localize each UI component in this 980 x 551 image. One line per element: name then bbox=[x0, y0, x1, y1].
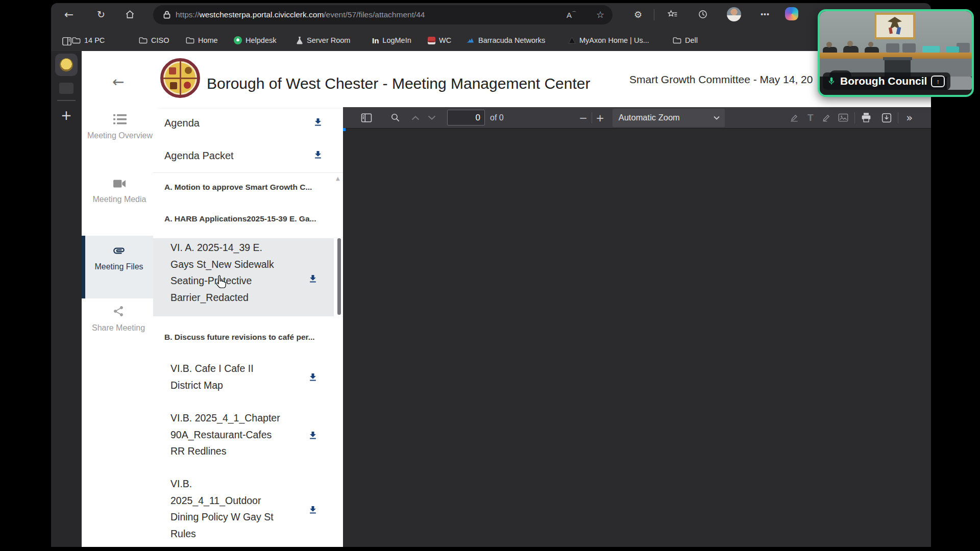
new-tab-button[interactable]: + bbox=[59, 106, 74, 124]
stream-label: Borough Council bbox=[840, 75, 927, 87]
page-back-button[interactable]: ← bbox=[112, 73, 124, 90]
sidebar-item-meeting-overview[interactable]: Meeting Overview bbox=[84, 114, 156, 142]
copilot-icon[interactable] bbox=[785, 7, 798, 20]
bookmark-myaxon[interactable]: MyAxon Home | Us... bbox=[568, 33, 649, 48]
pdf-search-icon[interactable] bbox=[387, 110, 403, 126]
url-scheme: https:// bbox=[176, 10, 200, 19]
meeting-name: Smart Growth Committee - May 14, 20 bbox=[629, 73, 813, 86]
bookmark-label: Helpdesk bbox=[246, 36, 276, 44]
pdf-zoom-in-icon[interactable]: + bbox=[592, 110, 608, 126]
panel-divider bbox=[153, 172, 343, 173]
download-icon bbox=[313, 117, 323, 127]
file-row-selected[interactable]: VI. A. 2025-14_39 E. Gays St_New Sidewal… bbox=[153, 238, 334, 316]
sidebar-item-share-meeting[interactable]: Share Meeting bbox=[83, 305, 154, 335]
bookmark-ciso[interactable]: CISO bbox=[139, 33, 169, 48]
file-row[interactable]: VI.B. 2025_4_1_Chapter 90A_Restaurant-Ca… bbox=[153, 410, 334, 462]
video-overlay[interactable]: Borough Council ↑ bbox=[818, 9, 974, 97]
folder-icon bbox=[72, 37, 81, 44]
sidebar-item-label: Meeting Files bbox=[83, 260, 155, 273]
bookmark-label: Home bbox=[198, 36, 218, 44]
chrome-divider bbox=[654, 9, 654, 20]
bookmark-dell[interactable]: Dell bbox=[673, 33, 698, 48]
scroll-up-arrow[interactable]: ▲ bbox=[336, 176, 340, 181]
page-title: Borough of West Chester - Meeting Manage… bbox=[207, 75, 591, 92]
inactive-tab[interactable] bbox=[59, 83, 74, 94]
site-favicon bbox=[60, 58, 73, 71]
download-icon bbox=[308, 505, 318, 515]
sidebar-item-meeting-media[interactable]: Meeting Media bbox=[84, 179, 155, 206]
pdf-next-page-icon[interactable] bbox=[424, 110, 440, 126]
water-pitcher bbox=[946, 46, 959, 53]
history-icon[interactable] bbox=[694, 6, 712, 23]
screen: ← ↻ https://westchesterpa.portal.civiccl… bbox=[0, 0, 980, 551]
refresh-icon[interactable]: ↻ bbox=[92, 6, 110, 23]
pdf-draw-tool-icon[interactable] bbox=[819, 110, 835, 126]
axon-favicon bbox=[568, 37, 576, 44]
bookmark-label: Server Room bbox=[307, 36, 350, 44]
back-icon[interactable]: ← bbox=[60, 6, 78, 23]
pdf-previous-page-icon[interactable] bbox=[407, 110, 424, 126]
pdf-sidebar-toggle-icon[interactable] bbox=[358, 110, 375, 126]
bookmark-server-room[interactable]: Server Room bbox=[296, 33, 350, 48]
folder-icon bbox=[673, 37, 681, 44]
pdf-print-icon[interactable] bbox=[858, 110, 874, 126]
pdf-page-number-input[interactable] bbox=[447, 110, 485, 126]
sidebar-item-label: Share Meeting bbox=[83, 321, 154, 335]
file-row[interactable]: VI.B. 2025_4_11_Outdoor Dining Policy W … bbox=[153, 475, 334, 543]
bookmark-wc[interactable]: WC bbox=[428, 33, 451, 48]
bookmark-label: MyAxon Home | Us... bbox=[579, 36, 649, 44]
bookmark-label: WC bbox=[439, 36, 451, 44]
active-tab[interactable] bbox=[55, 54, 78, 76]
bookmark-logmein[interactable]: In LogMeIn bbox=[372, 33, 411, 48]
file-row[interactable]: VI.B. Cafe I Cafe II District Map bbox=[153, 360, 334, 396]
more-options-icon[interactable]: ••• bbox=[756, 6, 774, 23]
download-button[interactable] bbox=[304, 427, 322, 444]
bookmark-barracuda[interactable]: Barracuda Networks bbox=[465, 33, 545, 48]
bookmark-14-pc[interactable]: 14 PC bbox=[72, 33, 105, 48]
file-label: VI.B. 2025_4_11_Outdoor Dining Policy W … bbox=[170, 475, 284, 542]
meeting-portal-page: ← Borough of West Chester - Meeting Mana… bbox=[82, 51, 931, 547]
toolbar-divider bbox=[854, 112, 855, 123]
home-icon[interactable] bbox=[121, 6, 138, 23]
download-button[interactable] bbox=[309, 146, 327, 163]
download-button[interactable] bbox=[304, 368, 322, 386]
pdf-text-tool-icon[interactable]: T bbox=[802, 110, 819, 126]
pdf-highlight-tool-icon[interactable] bbox=[786, 110, 802, 126]
favorite-star-icon[interactable]: ☆ bbox=[596, 9, 604, 20]
download-icon bbox=[308, 372, 318, 382]
bookmark-helpdesk[interactable]: Helpdesk bbox=[234, 33, 276, 48]
agenda-section-header: A. Motion to approve Smart Growth C... bbox=[164, 183, 333, 192]
file-row-agenda-packet[interactable]: Agenda Packet bbox=[164, 150, 234, 162]
seal-quadrant bbox=[185, 67, 192, 74]
bookmark-label: 14 PC bbox=[84, 36, 105, 44]
download-button[interactable] bbox=[309, 113, 327, 131]
profile-avatar[interactable] bbox=[727, 7, 741, 21]
helpdesk-favicon bbox=[234, 36, 242, 44]
vertical-tab-strip: + bbox=[51, 51, 82, 547]
person-head bbox=[868, 42, 873, 47]
pdf-zoom-value: Automatic Zoom bbox=[619, 113, 714, 122]
pdf-zoom-select[interactable]: Automatic Zoom bbox=[612, 109, 725, 127]
pdf-zoom-out-icon[interactable]: − bbox=[575, 110, 592, 126]
browser-essentials-icon[interactable]: ⚙ bbox=[629, 6, 647, 23]
file-label: VI. A. 2025-14_39 E. Gays St_New Sidewal… bbox=[170, 239, 284, 306]
logmein-favicon: In bbox=[372, 36, 379, 45]
scrollbar-thumb[interactable] bbox=[337, 238, 341, 315]
download-button[interactable] bbox=[304, 501, 322, 518]
download-icon bbox=[313, 149, 323, 160]
sidebar-item-meeting-files[interactable]: Meeting Files bbox=[83, 244, 155, 273]
download-button[interactable] bbox=[304, 270, 322, 287]
pdf-more-tools-icon[interactable]: » bbox=[901, 110, 918, 126]
address-bar[interactable]: https://westchesterpa.portal.civicclerk.… bbox=[153, 5, 612, 24]
barracuda-favicon bbox=[465, 37, 475, 44]
bookmark-label: Barracuda Networks bbox=[478, 36, 545, 44]
bookmark-home[interactable]: Home bbox=[186, 33, 218, 48]
read-aloud-icon[interactable]: A⌒ bbox=[567, 10, 576, 19]
pdf-image-tool-icon[interactable] bbox=[835, 110, 851, 126]
favorites-bar-icon[interactable] bbox=[664, 6, 681, 23]
popout-icon[interactable]: ↑ bbox=[931, 76, 945, 87]
eagle-painting bbox=[874, 13, 915, 39]
stream-label-pill: Borough Council ↑ bbox=[823, 72, 950, 90]
pdf-save-icon[interactable] bbox=[878, 110, 895, 126]
file-row-agenda[interactable]: Agenda bbox=[164, 117, 200, 129]
